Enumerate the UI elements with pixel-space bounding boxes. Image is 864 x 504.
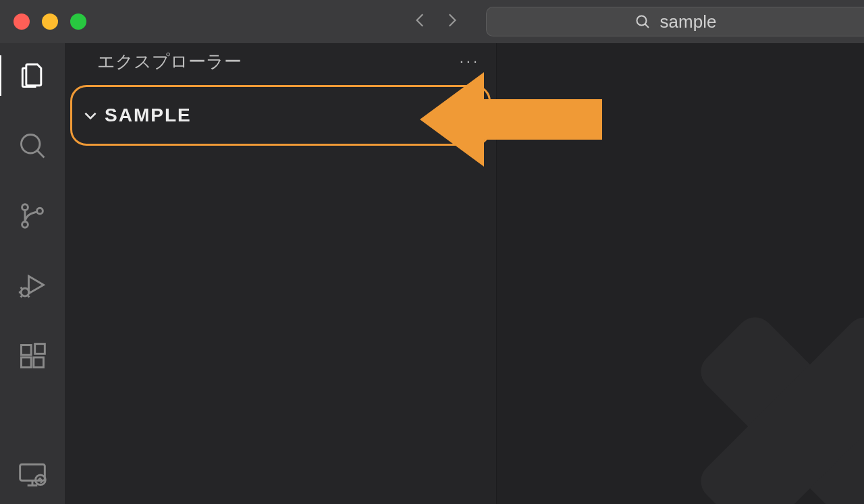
command-center-search[interactable]: sample (486, 7, 864, 36)
search-icon (18, 131, 47, 161)
source-control-icon (18, 201, 47, 231)
svg-rect-9 (35, 344, 45, 354)
explorer-sidebar: エクスプローラー ··· SAMPLE (65, 43, 497, 504)
chevron-down-icon (82, 107, 99, 124)
nav-back-button[interactable] (412, 11, 429, 32)
window-controls (0, 13, 86, 30)
activity-extensions[interactable] (16, 340, 49, 372)
workbench: エクスプローラー ··· SAMPLE (0, 43, 864, 504)
activity-explorer[interactable] (16, 59, 49, 92)
arrow-right-icon (443, 11, 460, 29)
arrow-left-icon (412, 11, 429, 29)
svg-rect-6 (22, 345, 32, 356)
folder-name: SAMPLE (105, 105, 192, 126)
svg-point-4 (37, 208, 43, 214)
activity-source-control[interactable] (16, 200, 49, 232)
command-center-text: sample (660, 11, 717, 32)
remote-icon (18, 459, 47, 489)
window-minimize-button[interactable] (42, 13, 58, 30)
activity-remote[interactable] (16, 458, 49, 491)
nav-forward-button[interactable] (443, 11, 460, 32)
svg-rect-10 (20, 464, 45, 480)
svg-point-1 (22, 135, 40, 154)
explorer-more-button[interactable]: ··· (460, 53, 480, 70)
vscode-watermark (662, 261, 864, 504)
files-icon (18, 61, 47, 90)
explorer-header: エクスプローラー ··· (65, 43, 496, 80)
activity-search[interactable] (16, 130, 49, 162)
window-close-button[interactable] (14, 13, 30, 30)
svg-point-2 (22, 204, 28, 211)
nav-arrows (412, 0, 460, 43)
activity-run-debug[interactable] (16, 270, 49, 302)
folder-section[interactable]: SAMPLE (70, 85, 491, 146)
search-icon (634, 13, 651, 30)
activity-bar (0, 43, 65, 504)
extensions-icon (18, 341, 47, 371)
debug-icon (18, 271, 47, 301)
svg-rect-8 (34, 358, 44, 368)
svg-point-0 (637, 16, 646, 26)
explorer-title: エクスプローラー (97, 50, 242, 74)
window-maximize-button[interactable] (70, 13, 86, 30)
titlebar: sample (0, 0, 864, 43)
svg-point-3 (22, 221, 28, 227)
editor-area (497, 43, 864, 504)
svg-rect-7 (22, 358, 32, 368)
